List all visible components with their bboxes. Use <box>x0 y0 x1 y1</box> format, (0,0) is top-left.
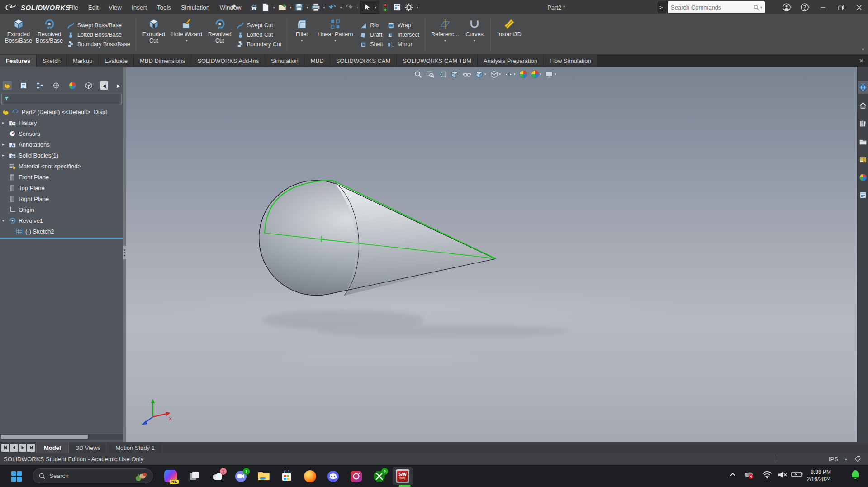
custom-properties-icon[interactable] <box>858 189 868 201</box>
menu-file[interactable]: File <box>63 0 83 14</box>
task-view-icon[interactable] <box>185 467 204 485</box>
tab-markup[interactable]: Markup <box>67 55 98 67</box>
new-dropdown-caret[interactable]: ▾ <box>271 5 276 10</box>
solidworks-taskbar-icon[interactable]: SW 2022 <box>393 467 413 485</box>
undo-button[interactable]: ↶ <box>327 1 338 13</box>
tab-flow-simulation[interactable]: Flow Simulation <box>544 55 597 67</box>
tree-item-solid-bodies[interactable]: ▸ Solid Bodies(1) <box>0 150 123 161</box>
tab-features[interactable]: Features <box>0 55 36 67</box>
display-manager-tab[interactable] <box>68 81 77 90</box>
discord-icon[interactable] <box>323 467 343 485</box>
design-library-icon[interactable] <box>858 117 868 130</box>
tab-sketch[interactable]: Sketch <box>37 55 66 67</box>
shell-button[interactable]: Shell <box>360 41 383 48</box>
tree-item-material[interactable]: Material <not specified> <box>0 161 123 172</box>
fillet-caret[interactable]: ▾ <box>301 38 303 43</box>
onedrive-error-icon[interactable] <box>743 471 754 480</box>
view-palette-icon[interactable] <box>858 153 868 166</box>
open-button[interactable] <box>276 1 288 13</box>
volume-muted-icon[interactable] <box>778 471 787 479</box>
rollback-bar[interactable] <box>0 238 123 239</box>
reference-geometry-caret[interactable]: ▾ <box>444 38 446 43</box>
taskbar-search-box[interactable]: Search <box>33 468 153 483</box>
weather-widget-icon[interactable]: 1 <box>208 467 228 485</box>
tab-evaluate[interactable]: Evaluate <box>99 55 133 67</box>
last-tab-button[interactable] <box>27 444 35 452</box>
swept-boss-base-button[interactable]: Swept Boss/Base <box>67 22 130 29</box>
rebuild-button[interactable] <box>379 1 391 13</box>
copilot-icon[interactable]: PRE <box>161 467 180 485</box>
select-tool-button[interactable] <box>361 1 373 13</box>
file-explorer-icon[interactable] <box>254 467 274 485</box>
tree-item-top-plane[interactable]: Top Plane <box>0 182 123 193</box>
close-button[interactable] <box>850 0 868 14</box>
revolved-cut-button[interactable]: Revolved Cut <box>206 16 234 54</box>
menu-tools[interactable]: Tools <box>152 0 176 14</box>
wifi-icon[interactable] <box>762 471 772 479</box>
curves-button[interactable]: Curves ▾ <box>462 16 487 54</box>
minimize-button[interactable] <box>814 0 832 14</box>
boundary-boss-base-button[interactable]: Boundary Boss/Base <box>67 41 130 48</box>
file-properties-button[interactable] <box>391 1 403 13</box>
expand-icon[interactable]: ▸ <box>0 120 6 125</box>
tab-mbd[interactable]: MBD <box>305 55 330 67</box>
options-dropdown-caret[interactable]: ▾ <box>415 5 420 10</box>
start-button[interactable] <box>6 467 26 485</box>
tree-filter-box[interactable] <box>1 94 122 104</box>
curves-caret[interactable]: ▾ <box>474 38 475 43</box>
revolved-boss-base-button[interactable]: Revolved Boss/Base <box>34 16 64 54</box>
graphics-viewport[interactable]: ▾ ▾ ▾ ▾ ▾ <box>126 67 857 442</box>
options-gear-button[interactable] <box>403 1 415 13</box>
intersect-button[interactable]: Intersect <box>387 31 419 39</box>
save-button[interactable] <box>293 1 305 13</box>
panel-tab-next-icon[interactable]: ▶ <box>115 81 122 90</box>
tab-motion-study-1[interactable]: Motion Study 1 <box>108 442 162 453</box>
account-icon[interactable] <box>778 0 796 14</box>
help-icon[interactable] <box>796 0 814 14</box>
linear-pattern-button[interactable]: Linear Pattern ▾ <box>313 16 357 54</box>
mirror-button[interactable]: Mirror <box>387 41 419 48</box>
tree-item-right-plane[interactable]: Right Plane <box>0 193 123 204</box>
notification-bell-icon[interactable] <box>850 469 861 481</box>
tab-simulation[interactable]: Simulation <box>265 55 304 67</box>
panel-splitter[interactable] <box>123 67 126 442</box>
hole-wizard-button[interactable]: Hole Wizard ▾ <box>169 16 205 54</box>
dimxpert-manager-tab[interactable] <box>52 81 61 90</box>
hole-wizard-caret[interactable]: ▾ <box>186 38 188 43</box>
fillet-button[interactable]: Fillet ▾ <box>291 16 313 54</box>
microsoft-store-icon[interactable] <box>277 467 297 485</box>
print-button[interactable] <box>310 1 322 13</box>
instagram-icon[interactable] <box>346 467 366 485</box>
extruded-boss-base-button[interactable]: Extruded Boss/Base <box>4 16 33 54</box>
new-document-button[interactable] <box>260 1 271 13</box>
rib-button[interactable]: Rib <box>360 22 383 29</box>
feature-manager-tab[interactable] <box>3 81 12 90</box>
tab-solidworks-cam[interactable]: SOLIDWORKS CAM <box>330 55 397 67</box>
appearances-scenes-icon[interactable] <box>858 172 868 183</box>
tree-item-sketch2[interactable]: (-) Sketch2 <box>0 226 123 237</box>
restore-button[interactable] <box>832 0 850 14</box>
home-button[interactable] <box>248 1 260 13</box>
tag-icon[interactable] <box>854 455 861 463</box>
panel-tab-prev-icon[interactable]: ◀ <box>100 81 108 90</box>
teams-chat-icon[interactable]: 1 <box>231 467 251 485</box>
next-tab-button[interactable] <box>19 444 26 452</box>
file-explorer-icon[interactable] <box>858 135 868 148</box>
scrollbar-thumb[interactable] <box>1 435 88 439</box>
tab-solidworks-cam-tbm[interactable]: SOLIDWORKS CAM TBM <box>397 55 477 67</box>
menu-pin-icon[interactable] <box>230 3 237 10</box>
boundary-cut-button[interactable]: Boundary Cut <box>237 41 281 48</box>
redo-button[interactable]: ↷ <box>343 1 355 13</box>
cam-feature-tree-tab[interactable] <box>84 81 93 90</box>
tree-item-history[interactable]: ▸ History <box>0 117 123 128</box>
configuration-manager-tab[interactable] <box>35 81 44 90</box>
draft-button[interactable]: Draft <box>360 31 383 39</box>
tab-mbd-dimensions[interactable]: MBD Dimensions <box>134 55 191 67</box>
reference-geometry-button[interactable]: Referenc... ▾ <box>429 16 461 54</box>
tree-item-front-plane[interactable]: Front Plane <box>0 172 123 182</box>
swept-cut-button[interactable]: Swept Cut <box>237 22 281 29</box>
menu-edit[interactable]: Edit <box>83 0 104 14</box>
first-tab-button[interactable] <box>1 444 9 452</box>
home-tab-icon[interactable] <box>858 99 868 112</box>
taskbar-clock[interactable]: 8:38 PM 2/16/2024 <box>795 468 831 483</box>
